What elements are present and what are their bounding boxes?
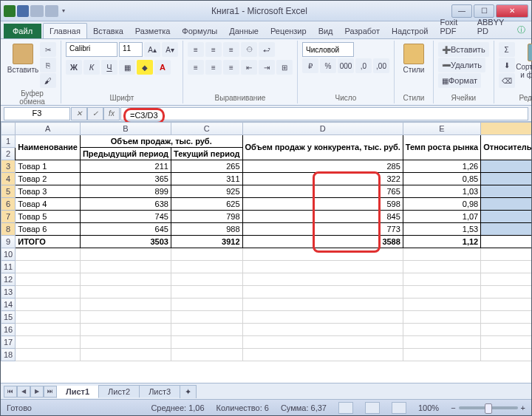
row-header[interactable]: 8 xyxy=(1,223,16,236)
fx-enter-button[interactable]: ✓ xyxy=(87,107,103,120)
percent-button[interactable]: % xyxy=(320,58,336,73)
name-box[interactable]: F3 xyxy=(4,107,70,120)
zoom-in-button[interactable]: + xyxy=(521,403,525,412)
tab-view[interactable]: Вид xyxy=(313,24,339,38)
tab-nav-last[interactable]: ⏭ xyxy=(44,386,57,398)
view-page-layout-button[interactable] xyxy=(365,402,380,414)
zoom-slider[interactable] xyxy=(459,406,518,409)
align-middle-button[interactable]: ≡ xyxy=(205,42,222,57)
row-header[interactable]: 11 xyxy=(1,261,16,273)
spreadsheet-grid[interactable]: A B C D E F G H 1 Наименование Объем про… xyxy=(1,122,531,361)
decrease-font-button[interactable]: A▾ xyxy=(162,42,178,57)
view-page-break-button[interactable] xyxy=(392,402,406,414)
cut-button[interactable]: ✂ xyxy=(40,42,56,57)
align-top-button[interactable]: ≡ xyxy=(188,42,204,57)
new-sheet-button[interactable]: ✦ xyxy=(180,385,197,398)
tab-nav-prev[interactable]: ◀ xyxy=(17,386,30,398)
tab-developer[interactable]: Разработ xyxy=(339,24,386,38)
row-header[interactable]: 5 xyxy=(1,185,16,198)
col-header-D[interactable]: D xyxy=(242,123,403,135)
tab-data[interactable]: Данные xyxy=(223,24,265,38)
tab-nav-first[interactable]: ⏮ xyxy=(4,386,17,398)
increase-indent-button[interactable]: ⇥ xyxy=(259,60,275,75)
fx-button[interactable]: fx xyxy=(103,107,120,120)
tab-file[interactable]: Файл xyxy=(4,24,41,38)
number-format-selector[interactable]: Числовой xyxy=(302,42,354,57)
redo-icon[interactable] xyxy=(45,5,58,17)
col-header-A[interactable]: A xyxy=(16,123,81,135)
font-size-selector[interactable]: 11 xyxy=(119,42,143,57)
zoom-control[interactable]: − + xyxy=(451,403,525,412)
sheet-tab[interactable]: Лист1 xyxy=(56,386,99,398)
row-header[interactable]: 18 xyxy=(1,349,16,361)
row-header[interactable]: 7 xyxy=(1,211,16,223)
qat-dropdown-icon[interactable]: ▾ xyxy=(60,7,67,14)
tab-nav-next[interactable]: ▶ xyxy=(30,386,44,398)
clear-button[interactable]: ⌫ xyxy=(499,73,515,88)
paste-button[interactable]: Вставить xyxy=(8,42,38,86)
increase-decimal-button[interactable]: ,0 xyxy=(355,58,372,73)
row-header[interactable]: 17 xyxy=(1,336,16,349)
tab-formulas[interactable]: Формулы xyxy=(176,24,223,38)
decrease-indent-button[interactable]: ⇤ xyxy=(241,60,257,75)
col-header-C[interactable]: C xyxy=(171,123,242,135)
tab-insert[interactable]: Вставка xyxy=(87,24,129,38)
tab-addins[interactable]: Надстрой xyxy=(386,24,434,38)
border-button[interactable]: ▦ xyxy=(119,60,135,75)
comma-button[interactable]: 000 xyxy=(338,58,354,73)
autosum-button[interactable]: Σ xyxy=(499,42,515,57)
align-right-button[interactable]: ≡ xyxy=(223,60,239,75)
select-all-corner[interactable] xyxy=(1,123,16,135)
row-header[interactable]: 6 xyxy=(1,198,16,211)
align-center-button[interactable]: ≡ xyxy=(205,60,222,75)
row-header[interactable]: 10 xyxy=(1,248,16,261)
sheet-scroll[interactable]: A B C D E F G H 1 Наименование Объем про… xyxy=(1,122,531,383)
col-header-E[interactable]: E xyxy=(403,123,480,135)
wrap-text-button[interactable]: ⮐ xyxy=(259,42,275,57)
sheet-tab[interactable]: Лист2 xyxy=(98,385,140,398)
view-normal-button[interactable] xyxy=(338,402,353,414)
zoom-out-button[interactable]: − xyxy=(451,403,455,412)
col-header-F[interactable]: F xyxy=(481,123,531,135)
styles-button[interactable]: Стили xyxy=(399,42,429,86)
tab-foxit[interactable]: Foxit PDF xyxy=(434,15,471,38)
excel-icon[interactable] xyxy=(4,5,16,17)
sheet-tab[interactable]: Лист3 xyxy=(139,385,180,398)
orientation-button[interactable]: ⦵ xyxy=(241,42,257,57)
fill-color-button[interactable]: ◆ xyxy=(137,60,153,75)
sort-filter-button[interactable]: Сортировка и фильтр xyxy=(517,42,532,86)
undo-icon[interactable] xyxy=(30,5,44,17)
bold-button[interactable]: Ж xyxy=(66,60,82,75)
format-cells-button[interactable]: ▦ Формат xyxy=(438,73,481,88)
align-bottom-button[interactable]: ≡ xyxy=(223,42,239,57)
merge-button[interactable]: ⊞ xyxy=(276,60,293,75)
row-header[interactable]: 16 xyxy=(1,324,16,336)
fill-button[interactable]: ⬇ xyxy=(499,58,515,72)
zoom-level[interactable]: 100% xyxy=(418,403,439,412)
decrease-decimal-button[interactable]: ,00 xyxy=(373,58,389,73)
row-header[interactable]: 1 xyxy=(1,135,16,148)
save-icon[interactable] xyxy=(17,5,29,17)
fx-cancel-button[interactable]: ✕ xyxy=(71,107,87,120)
row-header[interactable]: 2 xyxy=(1,148,16,160)
tab-layout[interactable]: Разметка xyxy=(129,24,177,38)
tab-home[interactable]: Главная xyxy=(43,23,87,38)
row-header[interactable]: 13 xyxy=(1,286,16,299)
copy-button[interactable]: ⎘ xyxy=(40,58,56,72)
col-header-B[interactable]: B xyxy=(80,123,171,135)
tab-abbyy[interactable]: ABBYY PD xyxy=(471,15,511,38)
increase-font-button[interactable]: A▴ xyxy=(144,42,160,57)
currency-button[interactable]: ₽ xyxy=(302,58,318,73)
row-header[interactable]: 14 xyxy=(1,299,16,311)
row-header[interactable]: 15 xyxy=(1,311,16,324)
row-header[interactable]: 9 xyxy=(1,236,16,248)
align-left-button[interactable]: ≡ xyxy=(188,60,204,75)
tab-review[interactable]: Рецензир xyxy=(265,24,313,38)
formula-input[interactable]: =C3/D3 xyxy=(120,107,528,120)
italic-button[interactable]: К xyxy=(83,60,100,75)
ribbon-help-icon[interactable]: ⓘ xyxy=(511,21,531,38)
underline-button[interactable]: Ч xyxy=(101,60,117,75)
row-header[interactable]: 3 xyxy=(1,160,16,173)
insert-cells-button[interactable]: ➕ Вставить xyxy=(438,42,489,57)
row-header[interactable]: 4 xyxy=(1,173,16,185)
